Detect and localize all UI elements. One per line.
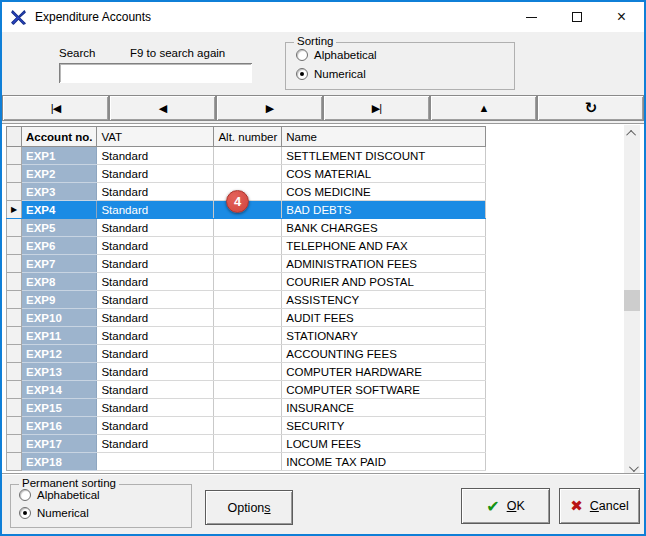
table-row[interactable]: EXP12 Standard ACCOUNTING FEES <box>7 345 486 363</box>
account-no-cell: EXP17 <box>22 435 97 453</box>
table-row[interactable]: EXP13 Standard COMPUTER HARDWARE <box>7 363 486 381</box>
prior-record-button[interactable]: ◀ <box>109 95 216 121</box>
radio-label: Alphabetical <box>314 49 377 61</box>
account-no-cell: EXP3 <box>22 183 97 201</box>
radio-label: Numerical <box>314 68 366 80</box>
alt-number-cell <box>214 453 282 471</box>
vat-cell: Standard <box>97 309 214 327</box>
row-selector-cell <box>7 417 22 435</box>
minimize-button[interactable] <box>509 2 554 32</box>
row-selector-cell: ▶ <box>7 201 22 219</box>
name-cell: COS MEDICINE <box>282 183 486 201</box>
vertical-scrollbar[interactable] <box>624 125 640 476</box>
radio-icon <box>19 489 31 501</box>
close-button[interactable]: × <box>599 2 644 32</box>
row-selector-cell <box>7 435 22 453</box>
bottom-bar: Permanent sorting Alphabetical Numerical… <box>2 474 644 534</box>
vat-cell: Standard <box>97 417 214 435</box>
vat-cell: Standard <box>97 237 214 255</box>
check-icon: ✔ <box>486 497 499 516</box>
name-cell: COMPUTER SOFTWARE <box>282 381 486 399</box>
refresh-button[interactable]: ↻ <box>537 95 644 121</box>
table-row[interactable]: EXP7 Standard ADMINISTRATION FEES <box>7 255 486 273</box>
sorting-group: Sorting Alphabetical Numerical <box>285 42 515 90</box>
app-icon <box>10 9 27 26</box>
column-header-name[interactable]: Name <box>282 127 486 147</box>
up-icon: ▲ <box>479 102 489 114</box>
radio-icon <box>296 49 308 61</box>
table-row[interactable]: EXP11 Standard STATIONARY <box>7 327 486 345</box>
table-row[interactable]: EXP2 Standard COS MATERIAL <box>7 165 486 183</box>
vat-cell: Standard <box>97 201 214 219</box>
row-selector-cell <box>7 453 22 471</box>
options-button[interactable]: Options <box>205 490 293 525</box>
navigation-toolbar: |◀ ◀ ▶ ▶| ▲ ↻ <box>2 95 644 123</box>
name-cell: INSURANCE <box>282 399 486 417</box>
table-row[interactable]: EXP16 Standard SECURITY <box>7 417 486 435</box>
alt-number-cell <box>214 399 282 417</box>
permanent-sorting-caption: Permanent sorting <box>19 477 119 489</box>
table-row[interactable]: EXP9 Standard ASSISTENCY <box>7 291 486 309</box>
last-record-button[interactable]: ▶| <box>323 95 430 121</box>
column-header-account[interactable]: Account no. <box>22 127 97 147</box>
scroll-up-button[interactable] <box>624 125 640 141</box>
close-icon: × <box>617 9 626 25</box>
first-record-button[interactable]: |◀ <box>2 95 109 121</box>
sorting-alphabetical-radio[interactable]: Alphabetical <box>296 49 377 61</box>
row-selector-cell <box>7 381 22 399</box>
scrollbar-thumb[interactable] <box>624 290 640 311</box>
name-cell: COMPUTER HARDWARE <box>282 363 486 381</box>
sorting-numerical-radio[interactable]: Numerical <box>296 68 366 80</box>
table-row[interactable]: EXP10 Standard AUDIT FEES <box>7 309 486 327</box>
alt-number-cell <box>214 219 282 237</box>
table-row[interactable]: EXP5 Standard BANK CHARGES <box>7 219 486 237</box>
account-no-cell: EXP1 <box>22 147 97 165</box>
prior-record-icon: ◀ <box>159 102 166 115</box>
alt-number-cell <box>214 291 282 309</box>
step-badge: 4 <box>226 190 249 213</box>
name-cell: ACCOUNTING FEES <box>282 345 486 363</box>
table-row[interactable]: EXP6 Standard TELEPHONE AND FAX <box>7 237 486 255</box>
search-input[interactable] <box>59 63 252 83</box>
options-button-label: Options <box>227 501 270 515</box>
ok-button[interactable]: ✔ OK <box>461 488 550 524</box>
alt-number-cell <box>214 273 282 291</box>
vat-cell: Standard <box>97 327 214 345</box>
row-selector-cell <box>7 255 22 273</box>
title-bar: Expenditure Accounts × <box>2 2 644 32</box>
name-cell: ASSISTENCY <box>282 291 486 309</box>
vat-cell: Standard <box>97 147 214 165</box>
account-no-cell: EXP15 <box>22 399 97 417</box>
column-header-vat[interactable]: VAT <box>97 127 214 147</box>
vat-cell: Standard <box>97 165 214 183</box>
vat-cell: Standard <box>97 255 214 273</box>
account-no-cell: EXP7 <box>22 255 97 273</box>
table-row[interactable]: EXP15 Standard INSURANCE <box>7 399 486 417</box>
radio-label: Alphabetical <box>37 489 100 501</box>
accounts-table: Account no. VAT Alt. number Name EXP1 St… <box>6 126 486 471</box>
next-record-button[interactable]: ▶ <box>216 95 323 121</box>
table-row[interactable]: EXP17 Standard LOCUM FEES <box>7 435 486 453</box>
name-cell: COURIER AND POSTAL <box>282 273 486 291</box>
cancel-button[interactable]: ✖ Cancel <box>559 488 640 524</box>
alt-number-cell <box>214 417 282 435</box>
table-row[interactable]: EXP18 INCOME TAX PAID <box>7 453 486 471</box>
table-row[interactable]: EXP8 Standard COURIER AND POSTAL <box>7 273 486 291</box>
row-selector-cell <box>7 399 22 417</box>
column-header-alt-number[interactable]: Alt. number <box>214 127 282 147</box>
account-no-cell: EXP11 <box>22 327 97 345</box>
account-no-cell: EXP14 <box>22 381 97 399</box>
maximize-button[interactable] <box>554 2 599 32</box>
alt-number-cell <box>214 381 282 399</box>
permanent-alphabetical-radio[interactable]: Alphabetical <box>19 489 100 501</box>
name-cell: SETTLEMENT DISCOUNT <box>282 147 486 165</box>
table-row[interactable]: EXP14 Standard COMPUTER SOFTWARE <box>7 381 486 399</box>
up-button[interactable]: ▲ <box>430 95 537 121</box>
name-cell: STATIONARY <box>282 327 486 345</box>
sorting-caption: Sorting <box>294 35 336 47</box>
name-cell: COS MATERIAL <box>282 165 486 183</box>
account-no-cell: EXP4 <box>22 201 97 219</box>
permanent-numerical-radio[interactable]: Numerical <box>19 507 89 519</box>
table-row[interactable]: EXP1 Standard SETTLEMENT DISCOUNT <box>7 147 486 165</box>
chevron-down-icon <box>628 462 638 472</box>
